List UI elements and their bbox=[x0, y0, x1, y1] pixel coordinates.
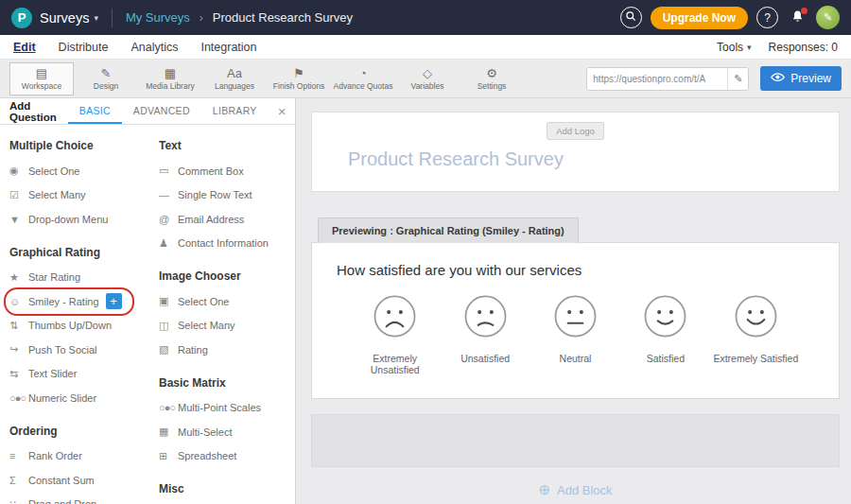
question-column-2: Text ▭ Comment Box ― Single Row Text @ E… bbox=[159, 125, 295, 504]
topbar-divider bbox=[112, 9, 113, 27]
question-mark-icon: ? bbox=[764, 11, 771, 25]
question-type-dropdown-menu[interactable]: ▼ Drop-down Menu bbox=[9, 207, 159, 232]
question-type-rank-order[interactable]: ≡ Rank Order bbox=[9, 444, 159, 469]
breadcrumb-my-surveys[interactable]: My Surveys bbox=[126, 10, 190, 25]
question-type-star-rating[interactable]: ★ Star Rating bbox=[9, 266, 159, 290]
tab-basic[interactable]: BASIC bbox=[68, 98, 122, 124]
question-type-select-many[interactable]: ☑ Select Many bbox=[9, 183, 159, 208]
numeric-slider-icon: ○●○ bbox=[9, 392, 28, 404]
toolbar-item-workspace[interactable]: ▤ Workspace bbox=[9, 62, 74, 96]
tab-advanced[interactable]: ADVANCED bbox=[122, 98, 201, 124]
question-type-smiley-rating[interactable]: ☺ Smiley - Rating + bbox=[9, 289, 159, 314]
tab-integration[interactable]: Integration bbox=[200, 41, 256, 54]
dropdown-icon: ▼ bbox=[9, 214, 28, 225]
chevron-down-icon: ▾ bbox=[94, 13, 98, 23]
top-navigation-bar: P Surveys ▾ My Surveys › Product Researc… bbox=[0, 0, 851, 35]
toolbar-item-settings[interactable]: ⚙ Settings bbox=[460, 62, 524, 96]
question-type-push-to-social[interactable]: ↪ Push To Social bbox=[9, 338, 159, 362]
question-type-multi-point-scales[interactable]: ○●○ Multi-Point Scales bbox=[159, 396, 295, 421]
scale-points-icon: ○●○ bbox=[159, 402, 178, 413]
section-tabs: Edit Distribute Analytics Integration bbox=[13, 41, 257, 54]
question-type-comment-box[interactable]: ▭ Comment Box bbox=[159, 159, 295, 183]
question-preview-card[interactable]: Previewing : Graphical Rating (Smiley - … bbox=[311, 242, 840, 399]
smiley-option-unsatisfied[interactable]: Unsatisfied bbox=[440, 294, 530, 375]
finish-options-icon: ⚑ bbox=[293, 67, 304, 80]
survey-header-card[interactable]: Add Logo Product Research Survey bbox=[311, 112, 840, 192]
add-question-label[interactable]: Add Question bbox=[0, 98, 68, 124]
collapsed-block-placeholder[interactable] bbox=[311, 414, 840, 467]
question-type-thumbs-up-down[interactable]: ⇅ Thumbs Up/Down bbox=[9, 314, 159, 339]
toolbar-item-design[interactable]: ✎ Design bbox=[74, 62, 138, 96]
question-type-drag-and-drop[interactable]: ∷ Drag and Drop bbox=[9, 493, 159, 504]
close-icon[interactable]: × bbox=[269, 98, 296, 124]
section-nav: Edit Distribute Analytics Integration To… bbox=[0, 35, 851, 60]
notifications-button[interactable] bbox=[787, 7, 808, 28]
question-type-select-one[interactable]: ◉ Select One bbox=[9, 159, 159, 183]
upgrade-now-button[interactable]: Upgrade Now bbox=[651, 7, 748, 29]
toolbar-item-media-library[interactable]: ▦ Media Library bbox=[138, 62, 202, 96]
question-type-spreadsheet[interactable]: ⊞ Spreadsheet bbox=[159, 444, 295, 469]
smiley-option-satisfied[interactable]: Satisfied bbox=[620, 294, 710, 375]
question-type-text-slider[interactable]: ⇆ Text Slider bbox=[9, 362, 159, 387]
questionpro-logo[interactable]: P bbox=[11, 8, 32, 28]
pencil-icon: ✎ bbox=[824, 11, 832, 24]
question-type-columns: Multiple Choice ◉ Select One ☑ Select Ma… bbox=[0, 125, 295, 504]
survey-url-input[interactable] bbox=[587, 68, 727, 90]
smiley-option-extremely-unsatisfied[interactable]: Extremely Unsatisfied bbox=[350, 294, 440, 375]
tab-library[interactable]: LIBRARY bbox=[201, 98, 269, 124]
search-button[interactable] bbox=[620, 7, 642, 28]
question-type-multi-select[interactable]: ▦ Multi-Select bbox=[159, 420, 295, 444]
survey-title[interactable]: Product Research Survey bbox=[348, 148, 839, 170]
tools-menu[interactable]: Tools ▾ bbox=[717, 41, 752, 54]
breadcrumb-separator-icon: › bbox=[200, 11, 203, 25]
group-header-multiple-choice: Multiple Choice bbox=[9, 139, 159, 152]
edit-url-icon[interactable]: ✎ bbox=[727, 68, 748, 90]
very-happy-face-icon bbox=[734, 325, 778, 341]
topbar-actions: Upgrade Now ? ✎ bbox=[620, 6, 840, 29]
question-type-numeric-slider[interactable]: ○●○ Numeric Slider bbox=[9, 386, 159, 410]
question-column-1: Multiple Choice ◉ Select One ☑ Select Ma… bbox=[9, 125, 159, 504]
group-header-misc: Misc bbox=[159, 482, 295, 495]
survey-url-box: ✎ bbox=[586, 67, 749, 91]
breadcrumb-current-survey: Product Research Survey bbox=[213, 10, 353, 25]
content: Add Question BASIC ADVANCED LIBRARY × Mu… bbox=[0, 98, 851, 504]
add-smiley-rating-button[interactable]: + bbox=[106, 293, 122, 309]
star-icon: ★ bbox=[9, 271, 28, 284]
add-logo-button[interactable]: Add Logo bbox=[547, 122, 604, 140]
add-question-panel: Add Question BASIC ADVANCED LIBRARY × Mu… bbox=[0, 98, 296, 504]
tab-analytics[interactable]: Analytics bbox=[130, 41, 178, 54]
sad-face-icon bbox=[463, 325, 508, 341]
toolbar-item-variables[interactable]: ◇ Variables bbox=[395, 62, 460, 96]
panel-tabs: Add Question BASIC ADVANCED LIBRARY × bbox=[0, 98, 295, 125]
question-type-image-rating[interactable]: ▧ Rating bbox=[159, 338, 295, 362]
comment-box-icon: ▭ bbox=[159, 165, 178, 177]
help-button[interactable]: ? bbox=[756, 7, 778, 28]
question-type-image-select-one[interactable]: ▣ Select One bbox=[159, 289, 295, 314]
toolbar-item-finish-options[interactable]: ⚑ Finish Options bbox=[267, 62, 331, 96]
radio-icon: ◉ bbox=[9, 165, 28, 177]
breadcrumb: My Surveys › Product Research Survey bbox=[126, 10, 353, 25]
question-text[interactable]: How satisfied are you with our services bbox=[337, 262, 814, 278]
add-block-button[interactable]: ⊕ Add Block bbox=[538, 481, 612, 498]
product-switcher[interactable]: Surveys ▾ bbox=[40, 10, 98, 26]
settings-gear-icon: ⚙ bbox=[486, 67, 497, 80]
smiley-option-neutral[interactable]: Neutral bbox=[530, 294, 620, 375]
question-type-constant-sum[interactable]: Σ Constant Sum bbox=[9, 468, 159, 493]
toolbar-item-languages[interactable]: Aa Languages bbox=[202, 62, 267, 96]
preview-button[interactable]: Preview bbox=[760, 66, 842, 91]
thumbs-icon: ⇅ bbox=[9, 320, 28, 332]
advance-quotas-icon: ◔ bbox=[359, 67, 367, 80]
tab-distribute[interactable]: Distribute bbox=[59, 41, 109, 54]
smiley-option-extremely-satisfied[interactable]: Extremely Satisfied bbox=[711, 294, 801, 375]
question-type-contact-information[interactable]: ♟ Contact Information bbox=[159, 232, 295, 256]
question-type-email-address[interactable]: @ Email Address bbox=[159, 207, 295, 232]
question-type-image-select-many[interactable]: ◫ Select Many bbox=[159, 314, 295, 339]
responses-count: Responses: 0 bbox=[769, 41, 838, 54]
toolbar-item-advance-quotas[interactable]: ◔ Advance Quotas bbox=[331, 62, 395, 96]
group-header-graphical-rating: Graphical Rating bbox=[9, 246, 159, 259]
smiley-icon: ☺ bbox=[9, 296, 28, 307]
avatar[interactable]: ✎ bbox=[816, 6, 840, 29]
tab-edit[interactable]: Edit bbox=[13, 41, 36, 54]
search-icon bbox=[625, 10, 636, 25]
question-type-single-row-text[interactable]: ― Single Row Text bbox=[159, 183, 295, 208]
